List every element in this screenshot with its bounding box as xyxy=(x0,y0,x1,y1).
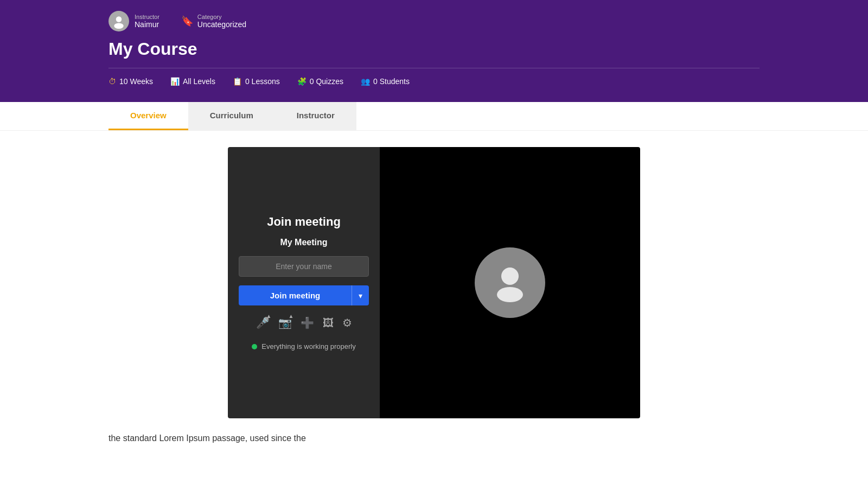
header-meta: Instructor Naimur 🔖 Category Uncategoriz… xyxy=(108,11,760,31)
page-header: Instructor Naimur 🔖 Category Uncategoriz… xyxy=(0,0,868,102)
gear-icon: ⚙ xyxy=(342,316,352,329)
stat-weeks: ⏱ 10 Weeks xyxy=(108,77,153,86)
bookmark-icon: 🔖 xyxy=(181,15,193,27)
tab-curriculum[interactable]: Curriculum xyxy=(188,102,275,130)
category-label: Category xyxy=(197,14,246,20)
join-meeting-dropdown-button[interactable]: ▾ xyxy=(352,285,369,305)
add-person-button[interactable]: ➕ xyxy=(301,316,314,329)
status-text: Everything is working properly xyxy=(261,342,355,350)
stat-students-value: 0 Students xyxy=(373,77,410,86)
join-meeting-button[interactable]: Join meeting xyxy=(239,285,352,305)
stat-levels: 📊 All Levels xyxy=(170,77,215,86)
meeting-panel-right xyxy=(380,147,640,418)
page-title: My Course xyxy=(108,39,760,59)
tab-instructor[interactable]: Instructor xyxy=(275,102,356,130)
image-icon: 🖼 xyxy=(323,317,334,329)
camera-button[interactable]: 📷 ▲ xyxy=(278,316,292,329)
students-icon: 👥 xyxy=(361,77,370,86)
name-input[interactable] xyxy=(239,256,369,277)
main-content: Join meeting My Meeting Join meeting ▾ 🎤… xyxy=(0,131,868,462)
tabs-container: Overview Curriculum Instructor xyxy=(0,102,868,131)
status-dot xyxy=(252,344,257,349)
meeting-panel-left: Join meeting My Meeting Join meeting ▾ 🎤… xyxy=(228,147,380,418)
tab-overview[interactable]: Overview xyxy=(108,102,188,130)
instructor-name: Naimur xyxy=(135,20,159,29)
stat-levels-value: All Levels xyxy=(183,77,215,86)
stat-lessons: 📋 0 Lessons xyxy=(233,77,280,86)
svg-point-3 xyxy=(497,287,523,302)
stat-quizzes-value: 0 Quizzes xyxy=(310,77,343,86)
instructor-block: Instructor Naimur xyxy=(108,11,159,31)
lorem-text: the standard Lorem Ipsum passage, used s… xyxy=(108,431,760,445)
svg-point-0 xyxy=(116,16,122,22)
cam-arrow-icon: ▲ xyxy=(289,313,294,319)
clock-icon: ⏱ xyxy=(108,77,116,86)
meeting-controls: 🎤 ▲ 📷 ▲ ➕ 🖼 ⚙ xyxy=(256,316,352,329)
quiz-icon: 🧩 xyxy=(297,77,307,86)
category-value: Uncategorized xyxy=(197,20,246,29)
svg-point-2 xyxy=(501,267,519,285)
bar-chart-icon: 📊 xyxy=(170,77,180,86)
chevron-down-icon: ▾ xyxy=(359,291,362,300)
avatar xyxy=(108,11,129,31)
microphone-button[interactable]: 🎤 ▲ xyxy=(256,316,270,329)
mic-arrow-icon: ▲ xyxy=(266,313,272,319)
status-row: Everything is working properly xyxy=(252,342,355,350)
meeting-title: Join meeting xyxy=(267,215,341,229)
meeting-name: My Meeting xyxy=(280,238,327,247)
svg-point-1 xyxy=(114,23,124,29)
instructor-label: Instructor xyxy=(135,14,159,20)
tabs: Overview Curriculum Instructor xyxy=(108,102,760,130)
user-avatar-large xyxy=(475,247,545,318)
add-person-icon: ➕ xyxy=(301,316,314,329)
lessons-icon: 📋 xyxy=(233,77,242,86)
meeting-widget: Join meeting My Meeting Join meeting ▾ 🎤… xyxy=(228,147,640,418)
stat-lessons-value: 0 Lessons xyxy=(245,77,280,86)
join-btn-container: Join meeting ▾ xyxy=(239,285,369,305)
course-stats: ⏱ 10 Weeks 📊 All Levels 📋 0 Lessons 🧩 0 … xyxy=(108,77,760,86)
image-button[interactable]: 🖼 xyxy=(323,317,334,329)
stat-quizzes: 🧩 0 Quizzes xyxy=(297,77,343,86)
category-block: 🔖 Category Uncategorized xyxy=(181,14,246,29)
stat-students: 👥 0 Students xyxy=(361,77,410,86)
stat-weeks-value: 10 Weeks xyxy=(119,77,153,86)
settings-button[interactable]: ⚙ xyxy=(342,316,352,329)
divider xyxy=(108,68,760,68)
